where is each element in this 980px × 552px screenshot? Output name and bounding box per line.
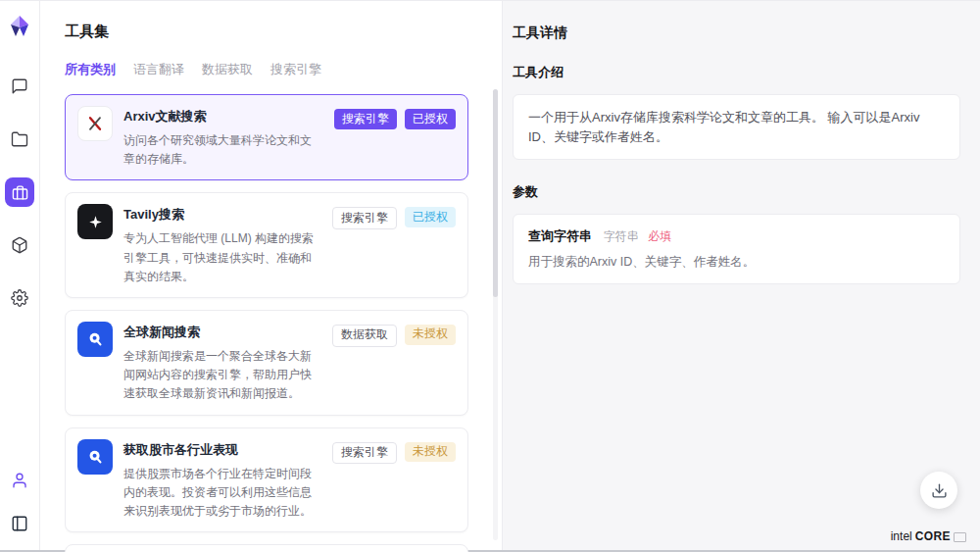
tool-card-global-news[interactable]: 全球新闻搜索 全球新闻搜索是一个聚合全球各大新闻网站内容的搜索引擎，帮助用户快速… xyxy=(65,310,468,416)
category-badge: 数据获取 xyxy=(332,325,397,347)
category-badge: 搜索引擎 xyxy=(332,442,397,465)
news-api-logo-icon xyxy=(77,322,113,357)
tool-description: 访问各个研究领域大量科学论文和文章的存储库。 xyxy=(123,131,319,169)
tool-description: 专为人工智能代理 (LLM) 构建的搜索引擎工具，可快速提供实时、准确和真实的结… xyxy=(123,229,318,286)
intel-brand-text: intel xyxy=(891,529,912,543)
tool-name: 获取股市各行业表现 xyxy=(123,441,318,459)
tavily-logo-icon xyxy=(77,204,113,239)
detail-title: 工具详情 xyxy=(513,25,960,42)
tool-card-tavily[interactable]: Tavily搜索 专为人工智能代理 (LLM) 构建的搜索引擎工具，可快速提供实… xyxy=(65,192,468,298)
app-logo-icon xyxy=(9,15,30,38)
parameter-card: 查询字符串 字符串 必填 用于搜索的Arxiv ID、关键字、作者姓名。 xyxy=(513,214,960,284)
tool-name: 全球新闻搜索 xyxy=(123,324,318,341)
category-tabs: 所有类别 语言翻译 数据获取 搜索引擎 xyxy=(65,61,502,78)
category-badge: 搜索引擎 xyxy=(334,109,397,129)
tab-all-categories[interactable]: 所有类别 xyxy=(65,61,116,78)
category-badge: 搜索引擎 xyxy=(332,207,397,229)
news-api-logo-icon xyxy=(77,439,113,475)
list-scrollbar[interactable] xyxy=(493,89,498,540)
chat-nav-icon[interactable] xyxy=(5,72,34,101)
left-rail xyxy=(0,1,40,550)
package-nav-icon[interactable] xyxy=(5,230,34,260)
params-heading: 参数 xyxy=(513,183,960,201)
sidebar-toggle-icon[interactable] xyxy=(5,509,34,538)
tool-detail-panel: 工具详情 工具介绍 一个用于从Arxiv存储库搜索科学论文和文章的工具。 输入可… xyxy=(502,1,980,550)
tool-card-list: Arxiv文献搜索 访问各个研究领域大量科学论文和文章的存储库。 搜索引擎 已授… xyxy=(65,94,468,552)
param-required-flag: 必填 xyxy=(648,229,671,243)
tool-description: 提供股票市场各个行业在特定时间段内的表现。投资者可以利用这些信息来识别表现优于或… xyxy=(123,465,318,522)
tool-name: Tavily搜索 xyxy=(123,206,318,224)
tool-list-panel: 工具集 所有类别 语言翻译 数据获取 搜索引擎 Arxiv文献搜索 访问各个研究… xyxy=(40,1,502,550)
tab-language-translation[interactable]: 语言翻译 xyxy=(133,61,184,78)
app-window: 工具集 所有类别 语言翻译 数据获取 搜索引擎 Arxiv文献搜索 访问各个研究… xyxy=(0,0,980,552)
intro-heading: 工具介绍 xyxy=(513,64,960,81)
arxiv-logo-icon xyxy=(77,106,113,141)
account-user-icon[interactable] xyxy=(5,466,34,495)
toolbox-nav-icon[interactable] xyxy=(5,177,34,207)
download-icon xyxy=(931,482,948,499)
param-description: 用于搜索的Arxiv ID、关键字、作者姓名。 xyxy=(528,254,945,271)
param-name: 查询字符串 xyxy=(528,228,592,243)
settings-gear-icon[interactable] xyxy=(5,283,34,313)
intel-badge-box xyxy=(954,532,966,542)
auth-status-badge: 未授权 xyxy=(405,325,456,345)
page-title: 工具集 xyxy=(65,23,502,41)
tool-card-sector-performance[interactable]: 获取股市各行业表现 提供股票市场各个行业在特定时间段内的表现。投资者可以利用这些… xyxy=(65,427,468,533)
tab-search-engine[interactable]: 搜索引擎 xyxy=(270,61,321,78)
tool-description: 全球新闻搜索是一个聚合全球各大新闻网站内容的搜索引擎，帮助用户快速获取全球最新资… xyxy=(123,347,318,404)
tab-data-fetch[interactable]: 数据获取 xyxy=(202,61,253,78)
param-type: 字符串 xyxy=(604,229,639,243)
tool-intro-text: 一个用于从Arxiv存储库搜索科学论文和文章的工具。 输入可以是Arxiv ID… xyxy=(528,110,919,144)
auth-status-badge: 未授权 xyxy=(405,442,456,463)
tool-intro-card: 一个用于从Arxiv存储库搜索科学论文和文章的工具。 输入可以是Arxiv ID… xyxy=(513,94,960,160)
intel-core-logo: intel CORE xyxy=(891,529,966,543)
auth-status-badge: 已授权 xyxy=(405,109,456,129)
tool-card-arxiv[interactable]: Arxiv文献搜索 访问各个研究领域大量科学论文和文章的存储库。 搜索引擎 已授… xyxy=(65,94,468,180)
tool-name: Arxiv文献搜索 xyxy=(123,108,319,125)
tool-card-active-stocks[interactable]: 获取市场最活跃股票信息 提供当天交易量最高的股票列表，投资者可以利用这些信息来识… xyxy=(65,544,468,552)
core-brand-text: CORE xyxy=(915,529,951,543)
download-button[interactable] xyxy=(920,472,957,509)
scrollbar-thumb[interactable] xyxy=(493,89,498,297)
folder-nav-icon[interactable] xyxy=(5,125,34,154)
auth-status-badge: 已授权 xyxy=(405,207,456,227)
